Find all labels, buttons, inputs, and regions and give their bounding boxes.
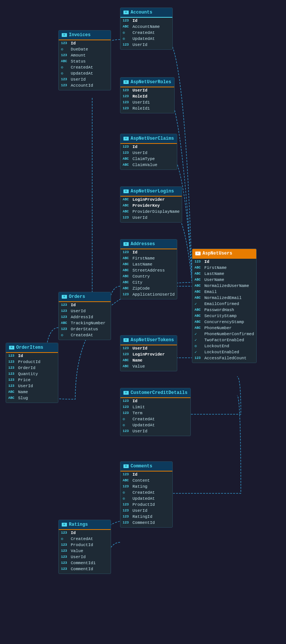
field-name-accounts-1: AccountName <box>132 24 160 29</box>
field-row-invoices-1: ⊙ DueDate <box>59 46 111 52</box>
type-icon-aspnetUsers-15: ✓ <box>195 350 203 354</box>
field-name-orders-3: TrackingNumber <box>71 321 105 325</box>
field-name-aspnetUsers-6: NormalizedEmail <box>204 296 242 300</box>
field-name-invoices-5: UpdatedAt <box>71 71 93 76</box>
type-icon-invoices-6: 123 <box>61 78 69 81</box>
type-icon-orders-2: 123 <box>61 315 69 319</box>
table-aspnetUserClaims: ≡ AspNetUserClaims 123 Id 123 UserId ABC… <box>120 134 177 170</box>
type-icon-orderItems-2: 123 <box>8 366 17 370</box>
field-row-aspnetUsers-3: ABC UserName <box>192 277 256 283</box>
field-name-comments-5: ProductId <box>132 502 155 507</box>
field-row-aspnetUsers-6: ABC NormalizedEmail <box>192 295 256 301</box>
field-name-aspnetUsers-7: EmailConfirmed <box>204 302 239 306</box>
field-row-customerCreditDetails-2: 123 Term <box>120 410 190 416</box>
field-row-ratings-2: 123 ProductId <box>59 542 111 548</box>
table-icon-accounts: ≡ <box>123 11 129 14</box>
field-row-aspnetUsers-9: ABC SecurityStamp <box>192 313 256 319</box>
table-orders: ≡ Orders 123 Id 123 UserId 123 AddressId… <box>58 292 111 340</box>
type-icon-aspnetUsers-5: ABC <box>195 290 203 294</box>
field-name-orderItems-1: ProductId <box>18 360 40 364</box>
field-name-aspnetUsers-13: TwoFactorEnabled <box>204 338 244 342</box>
field-row-orderItems-2: 123 OrderId <box>6 365 58 371</box>
field-name-ratings-1: CreatedAt <box>71 537 93 541</box>
field-row-aspnetUsers-10: ABC ConcurrencyStamp <box>192 319 256 325</box>
field-row-invoices-3: ABC Status <box>59 58 111 64</box>
table-addresses: ≡ Addresses 123 Id ABC FirstName ABC Las… <box>120 239 177 299</box>
field-row-aspnetUsers-5: ABC Email <box>192 289 256 295</box>
field-name-customerCreditDetails-2: Term <box>132 411 142 415</box>
table-name-invoices: Invoices <box>69 32 91 38</box>
table-icon-aspnetUserTokens: ≡ <box>123 338 129 342</box>
table-icon-comments: ≡ <box>123 464 129 468</box>
type-icon-orderItems-7: ABC <box>8 396 17 400</box>
table-icon-aspnetUserClaims: ≡ <box>123 137 129 140</box>
type-icon-invoices-3: ABC <box>61 60 69 63</box>
field-name-aspnetUsers-12: PhoneNumberConfirmed <box>204 332 254 336</box>
field-row-ratings-0: 123 Id <box>59 530 111 536</box>
table-icon-orderItems: ≡ <box>9 346 14 349</box>
type-icon-aspnetUserLogins-1: ABC <box>123 204 131 208</box>
table-name-aspnetUserRoles: AspNetUserRoles <box>131 79 171 85</box>
field-name-aspnetUserTokens-0: UserId <box>132 346 148 351</box>
table-name-comments: Comments <box>131 464 152 469</box>
field-row-aspnetUsers-11: ABC PhoneNumber <box>192 325 256 331</box>
type-icon-customerCreditDetails-2: 123 <box>123 411 131 415</box>
field-name-aspnetUsers-5: Email <box>204 290 217 294</box>
type-icon-aspnetUserLogins-2: ABC <box>123 210 131 214</box>
field-row-aspnetUserTokens-2: ABC Name <box>120 357 177 363</box>
field-row-addresses-6: ABC ZipCode <box>120 285 177 291</box>
type-icon-invoices-5: ⊙ <box>61 71 69 76</box>
field-name-aspnetUsers-11: PhoneNumber <box>204 326 232 330</box>
field-name-ratings-3: Value <box>71 549 83 553</box>
type-icon-aspnetUsers-2: ABC <box>195 272 203 276</box>
field-name-aspnetUserClaims-2: ClaimType <box>132 157 155 161</box>
field-name-aspnetUserClaims-3: ClaimValue <box>132 163 157 167</box>
field-name-orderItems-2: OrderId <box>18 366 35 370</box>
field-name-aspnetUsers-2: LastName <box>204 272 224 276</box>
type-icon-orderItems-0: 123 <box>8 354 17 358</box>
field-name-comments-0: Id <box>132 472 137 477</box>
field-row-aspnetUserLogins-2: ABC ProviderDisplayName <box>120 209 182 215</box>
field-row-comments-1: ABC Content <box>120 478 172 484</box>
table-ratings: ≡ Ratings 123 Id ⊙ CreatedAt 123 Product… <box>58 520 111 574</box>
table-icon-addresses: ≡ <box>123 242 129 246</box>
table-icon-orders: ≡ <box>62 295 67 299</box>
type-icon-addresses-3: ABC <box>123 269 131 272</box>
type-icon-orderItems-6: ABC <box>8 390 17 394</box>
type-icon-addresses-6: ABC <box>123 287 131 290</box>
type-icon-accounts-1: ABC <box>123 25 131 29</box>
field-name-accounts-4: UserId <box>132 43 148 47</box>
table-header-aspnetUserLogins: ≡ AspNetUserLogins <box>120 187 182 196</box>
type-icon-addresses-2: ABC <box>123 262 131 266</box>
type-icon-orders-5: ⊙ <box>61 333 69 337</box>
field-row-orderItems-1: 123 ProductId <box>6 359 58 365</box>
field-name-aspnetUserClaims-0: Id <box>132 145 137 149</box>
field-name-ratings-5: CommentId1 <box>71 561 96 565</box>
type-icon-aspnetUsers-3: ABC <box>195 278 203 282</box>
field-row-aspnetUsers-14: ⊙ LockoutEnd <box>192 343 256 349</box>
table-header-addresses: ≡ Addresses <box>120 240 177 249</box>
type-icon-addresses-7: 123 <box>123 293 131 296</box>
type-icon-orders-4: 123 <box>61 327 69 331</box>
field-name-ratings-0: Id <box>71 531 76 535</box>
type-icon-orderItems-5: 123 <box>8 384 17 388</box>
type-icon-aspnetUsers-8: ABC <box>195 308 203 312</box>
field-name-aspnetUsers-0: Id <box>204 259 209 264</box>
field-name-aspnetUsers-4: NormalizedUserName <box>204 284 249 288</box>
field-name-accounts-3: UpdatedAt <box>132 37 155 41</box>
field-name-aspnetUserRoles-3: RoleId1 <box>132 106 150 111</box>
type-icon-ratings-0: 123 <box>61 531 69 535</box>
table-accounts: ≡ Accounts 123 Id ABC AccountName ⊙ Crea… <box>120 8 173 50</box>
type-icon-invoices-4: ⊙ <box>61 65 69 70</box>
type-icon-comments-7: 123 <box>123 515 131 519</box>
table-aspnetUserLogins: ≡ AspNetUserLogins ABC LoginProvider ABC… <box>120 186 182 223</box>
table-orderItems: ≡ OrderItems 123 Id 123 ProductId 123 Or… <box>6 343 58 403</box>
type-icon-aspnetUserTokens-2: ABC <box>123 359 131 362</box>
field-row-aspnetUserRoles-1: 123 RoleId <box>120 93 174 99</box>
field-row-accounts-3: ⊙ UpdatedAt <box>120 36 172 42</box>
type-icon-aspnetUserTokens-0: 123 <box>123 346 131 350</box>
field-name-comments-6: UserId <box>132 508 148 513</box>
field-name-addresses-4: Country <box>132 274 150 279</box>
field-name-invoices-7: AccountId <box>71 83 93 88</box>
field-name-aspnetUserLogins-0: LoginProvider <box>132 197 165 202</box>
